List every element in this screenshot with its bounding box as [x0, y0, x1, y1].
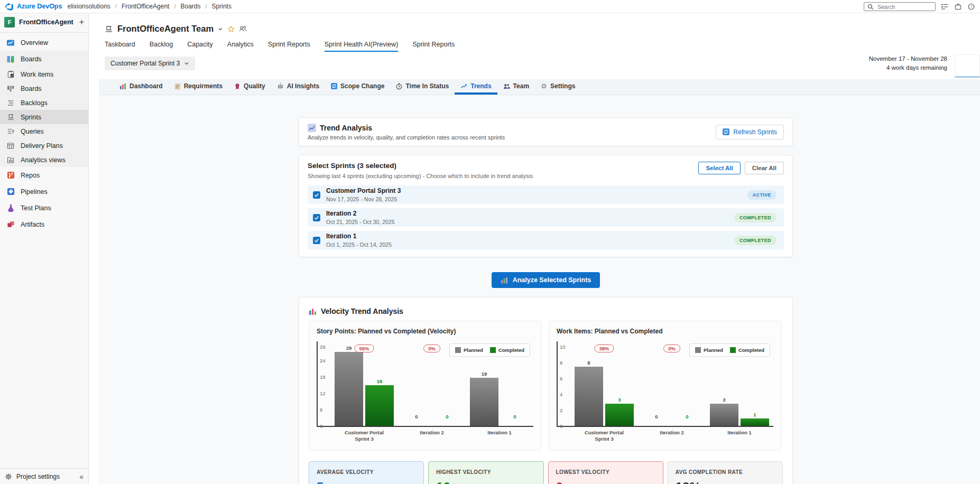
sidebar-item-work-items[interactable]: Work items [0, 67, 88, 81]
legend-item-completed[interactable]: Completed [730, 347, 764, 353]
team-tab-sprint-health-ai-preview[interactable]: Sprint Health AI(Preview) [325, 41, 399, 52]
sprints-icon [6, 113, 15, 121]
clear-all-button[interactable]: Clear All [745, 162, 784, 174]
tab-scope-change[interactable]: Scope Change [325, 82, 390, 95]
tab-team[interactable]: Team [497, 82, 535, 95]
project-avatar: F [4, 17, 15, 27]
sidebar-item-label: Artifacts [21, 221, 44, 228]
sprint-row-customer-portal-sprint-3[interactable]: Customer Portal Sprint 3Nov 17, 2025 - N… [308, 185, 784, 204]
tab-dashboard[interactable]: Dashboard [114, 82, 169, 95]
sprint-selector[interactable]: Customer Portal Sprint 3 [105, 57, 195, 70]
select-all-button[interactable]: Select All [698, 162, 740, 174]
bar-value-label: 0 [655, 414, 658, 420]
team-tab-backlog[interactable]: Backlog [150, 41, 173, 52]
breadcrumb-item-frontofficeagent[interactable]: FrontOfficeAgent [122, 3, 170, 10]
search-input[interactable] [876, 3, 932, 11]
legend-item-completed[interactable]: Completed [490, 347, 524, 353]
team-tab-analytics[interactable]: Analytics [227, 41, 254, 52]
stat-label: HIGHEST VELOCITY [436, 469, 535, 475]
sidebar-item-sprints[interactable]: Sprints [0, 110, 88, 124]
team-members-icon[interactable] [239, 25, 247, 32]
y-tick-label: 29 [320, 344, 326, 350]
tab-requirments[interactable]: Requirments [169, 82, 228, 95]
sidebar-item-delivery-plans[interactable]: Delivery Plans [0, 138, 88, 153]
team-tab-sprint-reports[interactable]: Sprint Reports [412, 41, 455, 52]
team-tab-sprint-reports[interactable]: Sprint Reports [268, 41, 310, 52]
pipelines-icon [6, 188, 15, 196]
tab-time-in-status[interactable]: Time In Status [390, 82, 455, 95]
chevron-down-icon[interactable] [218, 26, 223, 32]
sidebar-item-backlogs[interactable]: Backlogs [0, 96, 88, 110]
trend-analysis-subtitle: Analyze trends in velocity, quality, and… [308, 134, 505, 141]
ai-insights-icon [277, 83, 284, 89]
sidebar-item-label: Backlogs [21, 99, 48, 107]
refresh-sprints-button[interactable]: Refresh Sprints [716, 125, 784, 139]
sidebar-item-boards[interactable]: Boards [0, 51, 88, 67]
sidebar-item-artifacts[interactable]: Artifacts [0, 216, 88, 232]
checkbox-checked[interactable] [313, 191, 320, 199]
tab-trends[interactable]: Trends [455, 82, 497, 95]
test-plans-icon [6, 204, 15, 212]
project-switcher[interactable]: F FrontOfficeAgent + [0, 13, 88, 31]
sidebar-item-test-plans[interactable]: Test Plans [0, 200, 88, 216]
bar-planned [575, 367, 603, 426]
completion-badge: 38% [594, 345, 614, 352]
favorite-star-icon[interactable] [227, 25, 235, 33]
checkbox-checked[interactable] [313, 237, 320, 244]
legend-swatch [730, 347, 736, 353]
team-header: FrontOfficeAgent Team TaskboardBacklogCa… [89, 13, 980, 79]
sprint-row-iteration-2[interactable]: Iteration 2Oct 21, 2025 - Oct 30, 2025CO… [308, 208, 784, 227]
chart-plot: 0246810PlannedCompleted38%830%0031 [557, 341, 773, 427]
chart-title: Story Points: Planned vs Completed (Velo… [317, 328, 533, 335]
collapse-sidebar-icon[interactable]: « [79, 472, 84, 481]
sprint-row-iteration-1[interactable]: Iteration 1Oct 1, 2025 - Oct 14, 2025COM… [308, 231, 784, 249]
breadcrumb-item-sprints[interactable]: Sprints [212, 3, 232, 10]
sidebar-item-repos[interactable]: Repos [0, 167, 88, 183]
sidebar-item-label: Analytics views [21, 156, 66, 164]
sidebar-item-label: Delivery Plans [21, 142, 63, 150]
add-project-icon[interactable]: + [79, 18, 84, 26]
project-settings[interactable]: Project settings « [0, 468, 88, 484]
backlogs-icon [6, 99, 15, 107]
task-list-icon[interactable] [941, 3, 948, 10]
trend-analysis-card: Trend Analysis Analyze trends in velocit… [299, 117, 793, 146]
sprint-info: Customer Portal Sprint 3Nov 17, 2025 - N… [326, 187, 401, 202]
velocity-section-title: Velocity Trend Analysis [321, 307, 403, 315]
sidebar-item-queries[interactable]: Queries [0, 124, 88, 138]
azure-devops-logo-icon[interactable] [5, 3, 13, 11]
sidebar-item-overview[interactable]: Overview [0, 34, 88, 51]
sidebar-item-analytics-views[interactable]: Analytics views [0, 153, 88, 167]
bar-column: 3 [710, 397, 738, 426]
brand-title[interactable]: Azure DevOps [17, 3, 62, 10]
stat-label: AVERAGE VELOCITY [317, 469, 416, 475]
sidebar-item-label: Sprints [21, 114, 41, 121]
search-box[interactable] [864, 2, 936, 11]
x-axis-label: Iteration 1 [466, 430, 533, 443]
briefcase-icon[interactable] [955, 3, 961, 10]
tab-ai-insights[interactable]: AI Insights [271, 82, 325, 95]
team-tab-taskboard[interactable]: Taskboard [105, 41, 135, 52]
tab-quality[interactable]: Quality [228, 82, 271, 95]
sidebar-item-label: Work items [21, 71, 53, 78]
sprint-icon [105, 25, 113, 33]
breadcrumb-item-boards[interactable]: Boards [180, 3, 200, 10]
bar-value-label: 0 [513, 414, 516, 420]
tab-label: Settings [550, 82, 575, 90]
help-icon[interactable]: ? [968, 3, 975, 10]
gear-icon [5, 473, 12, 480]
analyze-selected-sprints-button[interactable]: Analyze Selected Sprints [492, 272, 600, 288]
bar-column: 0 [673, 414, 701, 426]
breadcrumb-item-elixionsolutions[interactable]: elixionsolutions [67, 3, 110, 10]
team-tab-capacity[interactable]: Capacity [187, 41, 213, 52]
x-axis-label: Iteration 2 [398, 430, 466, 443]
sidebar-item-pipelines[interactable]: Pipelines [0, 183, 88, 200]
sidebar-item-label: Pipelines [21, 188, 48, 196]
repos-icon [6, 171, 15, 179]
tab-settings[interactable]: Settings [535, 82, 581, 95]
y-tick-label: 0 [560, 423, 562, 429]
sidebar-item-boards[interactable]: Boards [0, 81, 88, 96]
legend-item-planned[interactable]: Planned [455, 347, 483, 353]
sprint-dates: Oct 21, 2025 - Oct 30, 2025 [326, 219, 395, 225]
checkbox-checked[interactable] [313, 214, 320, 221]
legend-item-planned[interactable]: Planned [695, 347, 723, 353]
